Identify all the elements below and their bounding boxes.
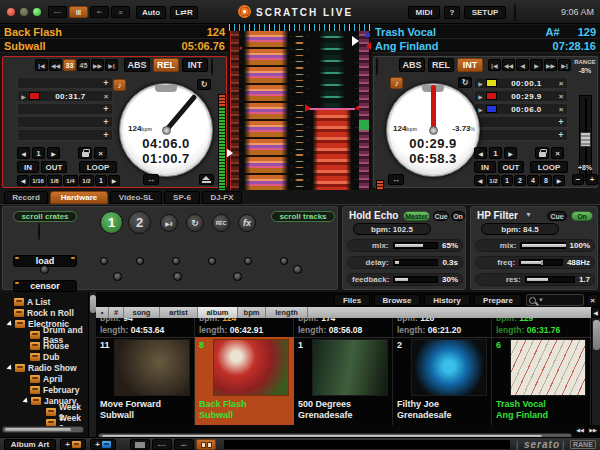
fx1-delay-row[interactable]: delay: 0.3s [347,256,463,269]
view-album-art-button[interactable] [196,439,216,450]
deck2-track-overview[interactable] [359,31,369,190]
track-tile-selected[interactable]: bpm: 124 length: 06:42.91 8 Back Flash S… [195,318,294,425]
deck2-autoloop-smaller-button[interactable]: ◀ [474,175,486,186]
deck1-select-button[interactable]: 1 [100,211,123,234]
view-simple-list-button[interactable] [130,439,150,450]
play-cue-icon[interactable]: ▶ [476,106,485,113]
crate-drum-and-bass[interactable]: Drum and Bass [30,329,88,340]
crate-a-list[interactable]: A List [14,296,88,307]
deck1-rewind-button[interactable]: ◀◀ [49,59,62,71]
scrollbar-thumb[interactable] [5,428,71,431]
column-status[interactable]: • [96,307,109,318]
setup-button[interactable]: SETUP [464,6,506,19]
expand-icon[interactable] [22,397,29,404]
crate-sidebar-hscrollbar[interactable] [2,426,84,433]
deck1-autoloop-1-8-button[interactable]: 1/8 [47,175,62,186]
tab-hardware[interactable]: Hardware [50,191,108,204]
add-cue-icon[interactable]: + [556,117,566,127]
deck2-loop-clear-button[interactable]: × [551,147,564,159]
deck2-prev-track-button[interactable]: |◀ [488,59,501,71]
deck1-speed-45-button[interactable]: 45 [77,59,90,71]
deck1-loop-out-button[interactable]: OUT [41,161,67,173]
deck1-autoloop-1-button[interactable]: 1 [95,175,107,186]
deck1-loop-clear-button[interactable]: × [94,147,107,159]
track-tile[interactable]: bpm: 94 length: 04:53.64 11 Move Forward… [96,318,195,425]
deck2-autoloop-larger-button[interactable]: ▶ [553,175,565,186]
column-number[interactable]: # [109,307,124,318]
tab-sp-6[interactable]: SP-6 [164,191,200,204]
column-collapse-button[interactable]: ◀ [591,307,600,318]
tab-dj-fx[interactable]: DJ-FX [202,191,242,204]
deck1-gain-knob[interactable] [211,57,213,76]
fx1-on-button[interactable]: On [451,211,465,221]
play-cue-icon[interactable]: ▶ [476,80,485,87]
column-song[interactable]: song [124,307,160,318]
deck1-int-button[interactable]: INT [182,58,208,72]
help-button[interactable]: ? [444,6,460,19]
deck1-rel-button[interactable]: REL [153,58,179,72]
fx1-feedback-row[interactable]: feedback: 30% [347,273,463,286]
fx2-res-row[interactable]: res: 1.7 [475,273,595,286]
fx2-freq-slider[interactable] [519,259,563,266]
album-art[interactable] [114,339,190,396]
deck2-int-button[interactable]: INT [457,58,483,72]
fx1-master-badge[interactable]: Master [403,211,430,221]
deck1-loop-button[interactable]: LOOP [79,161,117,173]
deck2-gain-knob[interactable] [376,57,378,76]
view-mode-classic-button[interactable]: ||| [69,6,88,18]
deck2-select-button[interactable]: 2 [128,211,151,234]
pitch-slider-thumb[interactable] [580,132,591,147]
left-right-swap-button[interactable]: L⇄R [170,6,198,19]
album-art[interactable] [213,339,289,396]
delete-cue-icon[interactable]: × [556,105,566,114]
column-artist[interactable]: artist [160,307,198,318]
fx2-mix-row[interactable]: mix: 100% [475,239,595,252]
deck2-loop-in-button[interactable]: IN [474,161,496,173]
deck1-repeat-icon[interactable]: ↻ [197,79,211,90]
play-cue-icon[interactable]: ▶ [19,93,28,100]
play-pause-button[interactable]: ▶‖ [160,214,178,232]
add-smart-crate-button[interactable]: + [90,439,116,450]
fx1-delay-slider[interactable] [393,259,439,266]
deck2-pitch-plus-button[interactable]: + [586,174,598,185]
deck1-tmp-knob[interactable] [40,265,49,274]
add-cue-icon[interactable]: + [101,78,111,88]
deck1-loop-in-button[interactable]: IN [17,161,39,173]
album-art[interactable] [312,339,388,396]
cue-slot[interactable]: + [17,129,113,141]
deck1-loop-lock-button[interactable] [78,147,92,159]
crate-radio-show[interactable]: Radio Show [8,362,88,373]
deck2-fastforward-button[interactable]: ▶▶ [544,59,557,71]
fx2-cue-button[interactable]: Cue [547,211,567,221]
add-cue-icon[interactable]: + [101,117,111,127]
track-tile[interactable]: bpm: 126 length: 06:21.20 2 Filthy Joe G… [393,318,492,425]
tab-video-sl[interactable]: Video-SL [110,191,162,204]
library-scroll-left-button[interactable]: ◀◀ [574,426,586,434]
deck2-platter[interactable]: 124bpm -3.73% 00:29.9 06:58.3 [386,83,480,177]
deck1-autoloop-1-2-button[interactable]: 1/2 [79,175,94,186]
expand-icon[interactable] [6,320,13,327]
deck1-track-overview[interactable] [230,31,239,190]
deck2-autoloop-1-2-button[interactable]: 1/2 [487,175,500,186]
deck1-abs-button[interactable]: ABS [124,58,150,72]
fx-button[interactable]: fx [238,214,256,232]
column-album[interactable]: album [198,307,238,318]
delete-cue-icon[interactable]: × [556,79,566,88]
deck1-speed-33-button[interactable]: 33 [63,59,76,71]
deck1-censor-button[interactable]: censor [13,280,77,292]
view-mode-stack-button[interactable]: =· [90,6,109,18]
loop-mode-button[interactable]: ↻ [186,214,204,232]
deck2-autoloop-4-button[interactable]: 4 [527,175,539,186]
crate-rock-n-roll[interactable]: Rock n Roll [14,307,88,318]
play-cue-icon[interactable]: ▶ [476,93,485,100]
cue1-knob[interactable] [100,257,108,265]
cue3-knob[interactable] [172,257,180,265]
deck1-autoloop-larger-button[interactable]: ▶ [108,175,120,186]
deck1-loop-next-button[interactable]: ▶ [47,147,60,159]
cue-slot[interactable]: + [17,116,113,128]
cue-slot[interactable]: ▶ 00:31.7 × [17,90,113,102]
cue-slot[interactable]: + [17,77,113,89]
deck2-pitch-minus-button[interactable]: − [572,174,584,185]
cue-slot[interactable]: + [474,129,568,141]
track-tile-loaded[interactable]: bpm: 129 length: 06:31.76 6 Trash Vocal … [492,318,591,425]
